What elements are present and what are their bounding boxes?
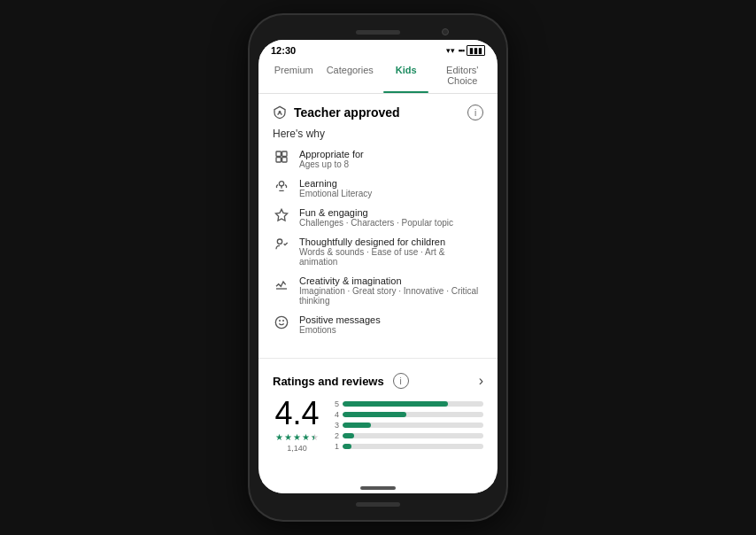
rating-score: 4.4	[274, 398, 319, 430]
feature-thoughtfully-subtitle: Words & sounds · Ease of use · Art & ani…	[299, 247, 483, 267]
phone-screen: 12:30 ▾▾ ▪▪▪ ▮▮▮ Premium Categories Kids…	[258, 40, 498, 493]
home-indicator	[360, 486, 396, 490]
bar-label-4: 4	[332, 410, 339, 419]
section-divider	[258, 358, 498, 359]
creativity-icon	[273, 276, 290, 293]
big-rating: 4.4 ★ ★ ★ ★ ★★ 1,140	[273, 398, 321, 453]
bar-row-2: 2	[332, 431, 483, 440]
feature-thoughtfully: Thoughtfully designed for children Words…	[273, 236, 483, 267]
feature-learning-title: Learning	[299, 178, 372, 189]
phone-frame: 12:30 ▾▾ ▪▪▪ ▮▮▮ Premium Categories Kids…	[250, 15, 506, 520]
ratings-body: 4.4 ★ ★ ★ ★ ★★ 1,140	[273, 398, 483, 453]
status-time: 12:30	[271, 45, 296, 56]
ratings-header: Ratings and reviews i ›	[273, 373, 483, 389]
svg-rect-2	[282, 151, 287, 156]
teacher-approved-left: Teacher approved	[273, 105, 400, 120]
bar-row-1: 1	[332, 442, 483, 451]
feature-fun-title: Fun & engaging	[299, 207, 453, 218]
teacher-approved-icon	[273, 105, 287, 120]
feature-creativity-subtitle: Imagination · Great story · Innovative ·…	[299, 286, 483, 306]
home-indicator-bar	[258, 481, 498, 493]
feature-creativity-title: Creativity & imagination	[299, 275, 483, 286]
feature-learning-subtitle: Emotional Literacy	[299, 189, 372, 198]
feature-appropriate-subtitle: Ages up to 8	[299, 159, 364, 169]
feature-fun: Fun & engaging Challenges · Characters ·…	[273, 207, 483, 228]
ratings-arrow-button[interactable]: ›	[479, 373, 483, 389]
tab-categories[interactable]: Categories	[322, 58, 379, 93]
star-2: ★	[284, 432, 292, 442]
bar-track-3	[343, 423, 483, 428]
phone-camera	[442, 28, 449, 35]
feature-positive-subtitle: Emotions	[299, 325, 381, 335]
positive-icon	[273, 315, 290, 332]
feature-thoughtfully-text: Thoughtfully designed for children Words…	[299, 236, 483, 267]
bar-fill-5	[343, 401, 448, 407]
feature-thoughtfully-title: Thoughtfully designed for children	[299, 236, 483, 247]
bar-fill-4	[343, 412, 406, 417]
bar-label-2: 2	[332, 431, 339, 440]
feature-positive-text: Positive messages Emotions	[299, 314, 381, 335]
wifi-icon: ▾▾	[446, 46, 455, 55]
feature-creativity: Creativity & imagination Imagination · G…	[273, 275, 483, 306]
stars-row: ★ ★ ★ ★ ★★	[275, 432, 319, 442]
feature-learning-text: Learning Emotional Literacy	[299, 178, 372, 198]
tab-kids[interactable]: Kids	[378, 58, 435, 93]
bar-label-5: 5	[332, 399, 339, 408]
tab-editors-choice[interactable]: Editors' Choice	[435, 58, 491, 93]
teacher-approved-header: Teacher approved i	[273, 105, 483, 120]
svg-point-6	[277, 239, 282, 244]
appropriate-icon	[273, 150, 290, 167]
ratings-title: Ratings and reviews	[273, 375, 384, 388]
feature-appropriate-title: Appropriate for	[299, 149, 364, 159]
star-5: ★★	[311, 432, 319, 442]
bar-fill-2	[343, 433, 354, 438]
ratings-info-button[interactable]: i	[393, 373, 409, 389]
feature-appropriate-text: Appropriate for Ages up to 8	[299, 149, 364, 169]
svg-point-5	[279, 182, 283, 186]
star-3: ★	[293, 432, 301, 442]
bar-fill-3	[343, 423, 371, 428]
tab-premium[interactable]: Premium	[266, 58, 322, 93]
battery-icon: ▮▮▮	[467, 45, 485, 56]
review-count: 1,140	[287, 444, 307, 453]
star-1: ★	[275, 432, 283, 442]
fun-icon	[273, 208, 290, 225]
feature-learning: Learning Emotional Literacy	[273, 178, 483, 198]
learning-icon	[273, 179, 290, 196]
feature-creativity-text: Creativity & imagination Imagination · G…	[299, 275, 483, 306]
info-button[interactable]: i	[467, 105, 483, 120]
bar-row-5: 5	[332, 399, 483, 408]
bar-fill-1	[343, 444, 351, 449]
teacher-approved-section: Teacher approved i Here's why	[258, 94, 498, 354]
bar-row-4: 4	[332, 410, 483, 419]
bar-track-1	[343, 444, 483, 449]
bar-label-1: 1	[332, 442, 339, 451]
star-4: ★	[302, 432, 310, 442]
svg-rect-4	[282, 158, 287, 162]
bar-track-5	[343, 401, 483, 407]
nav-tabs: Premium Categories Kids Editors' Choice	[258, 58, 498, 94]
bar-label-3: 3	[332, 421, 339, 430]
signal-icon: ▪▪▪	[458, 46, 464, 55]
feature-positive-title: Positive messages	[299, 314, 381, 325]
feature-fun-text: Fun & engaging Challenges · Characters ·…	[299, 207, 453, 228]
thoughtfully-icon	[273, 237, 290, 254]
bars-container: 5 4 3	[332, 399, 483, 451]
status-bar: 12:30 ▾▾ ▪▪▪ ▮▮▮	[258, 40, 498, 58]
bar-track-4	[343, 412, 483, 417]
feature-positive: Positive messages Emotions	[273, 314, 483, 335]
feature-appropriate: Appropriate for Ages up to 8	[273, 149, 483, 169]
phone-top-bar	[258, 24, 498, 40]
phone-bottom-button	[356, 502, 400, 507]
screen-content: Teacher approved i Here's why	[258, 94, 498, 481]
svg-point-8	[275, 316, 287, 328]
bar-track-2	[343, 433, 483, 438]
bar-row-3: 3	[332, 421, 483, 430]
teacher-approved-title: Teacher approved	[294, 105, 400, 120]
ratings-section: Ratings and reviews i › 4.4 ★ ★ ★ ★ ★★	[258, 362, 498, 463]
svg-rect-1	[276, 151, 281, 156]
status-icons: ▾▾ ▪▪▪ ▮▮▮	[446, 45, 485, 56]
feature-fun-subtitle: Challenges · Characters · Popular topic	[299, 218, 453, 228]
phone-bottom-bar	[258, 493, 498, 511]
phone-speaker	[356, 30, 400, 35]
